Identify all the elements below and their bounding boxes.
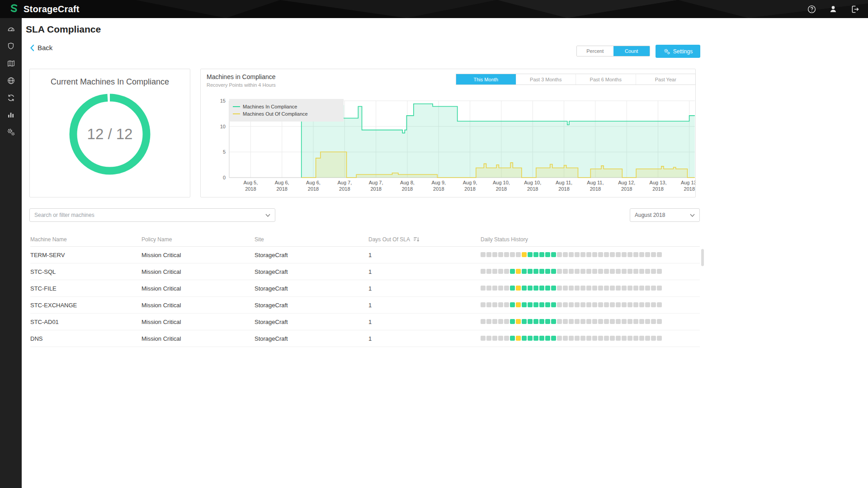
- policy-name-cell: Mission Critical: [142, 319, 255, 325]
- status-day-square: [533, 269, 538, 274]
- search-input[interactable]: [34, 212, 265, 218]
- status-day-square: [551, 336, 556, 341]
- machine-name-cell: DNS: [30, 335, 142, 342]
- status-day-square: [580, 319, 585, 324]
- status-day-square: [498, 336, 503, 341]
- status-day-square: [510, 252, 515, 257]
- table-row-stc-exchange[interactable]: STC-EXCHANGEMission CriticalStorageCraft…: [30, 297, 700, 314]
- chevron-down-icon: [265, 214, 270, 217]
- machine-search-select[interactable]: [29, 208, 275, 222]
- svg-text:2018: 2018: [245, 186, 256, 192]
- status-day-square: [610, 319, 615, 324]
- settings-button[interactable]: Settings: [656, 45, 700, 58]
- status-day-square: [545, 269, 550, 274]
- status-day-square: [575, 302, 580, 307]
- status-day-square: [627, 269, 632, 274]
- svg-text:2018: 2018: [558, 186, 569, 192]
- table-row-term-serv[interactable]: TERM-SERVMission CriticalStorageCraft1: [30, 247, 700, 263]
- status-day-square: [592, 336, 597, 341]
- policy-name-cell: Mission Critical: [142, 302, 255, 309]
- status-day-square: [592, 286, 597, 291]
- compliance-card-title: Current Machines In Compliance: [30, 77, 190, 87]
- status-day-square: [492, 336, 497, 341]
- table-scrollbar[interactable]: [701, 249, 704, 266]
- tab-this-month[interactable]: This Month: [456, 74, 516, 84]
- column-header-machine-name[interactable]: Machine Name: [30, 236, 142, 243]
- table-row-dns[interactable]: DNSMission CriticalStorageCraft1: [30, 330, 700, 347]
- table-row-stc-sql[interactable]: STC-SQLMission CriticalStorageCraft1: [30, 263, 700, 280]
- status-day-square: [586, 252, 591, 257]
- month-select[interactable]: August 2018: [630, 208, 700, 222]
- sidebar-item-sync[interactable]: [0, 89, 22, 106]
- back-link[interactable]: Back: [30, 44, 52, 52]
- status-day-square: [575, 269, 580, 274]
- daily-status-history-cell: [481, 302, 700, 309]
- settings-label: Settings: [673, 48, 693, 55]
- status-day-square: [539, 252, 544, 257]
- days-out-of-sla-cell: 1: [368, 319, 481, 325]
- percent-button[interactable]: Percent: [577, 46, 613, 56]
- status-day-square: [528, 269, 533, 274]
- sidebar-item-support[interactable]: [0, 72, 22, 89]
- status-day-square: [551, 269, 556, 274]
- user-icon[interactable]: [828, 4, 838, 14]
- status-day-square: [563, 252, 568, 257]
- table-row-stc-file[interactable]: STC-FILEMission CriticalStorageCraft1: [30, 280, 700, 297]
- tab-past-3-months[interactable]: Past 3 Months: [516, 74, 576, 84]
- status-day-square: [492, 252, 497, 257]
- status-day-square: [486, 252, 491, 257]
- column-header-site[interactable]: Site: [255, 236, 368, 243]
- status-day-square: [510, 319, 515, 324]
- status-day-square: [486, 336, 491, 341]
- status-day-square: [580, 269, 585, 274]
- status-day-square: [598, 302, 603, 307]
- status-day-square: [575, 252, 580, 257]
- status-day-square: [557, 319, 562, 324]
- svg-text:Aug 10,: Aug 10,: [524, 180, 541, 185]
- status-day-square: [533, 319, 538, 324]
- daily-status-history-cell: [481, 268, 700, 275]
- column-header-days-out-of-sla[interactable]: Days Out Of SLA: [368, 236, 481, 243]
- logout-icon[interactable]: [850, 4, 860, 14]
- status-day-square: [498, 252, 503, 257]
- help-icon[interactable]: [807, 4, 816, 14]
- sidebar-item-sites[interactable]: [0, 55, 22, 72]
- column-header-policy-name[interactable]: Policy Name: [142, 236, 255, 243]
- sidebar-item-reports[interactable]: [0, 106, 22, 123]
- status-day-square: [610, 286, 615, 291]
- sidebar-item-protection[interactable]: [0, 38, 22, 55]
- status-day-square: [604, 286, 609, 291]
- status-day-square: [504, 319, 509, 324]
- column-header-daily-status-history[interactable]: Daily Status History: [481, 236, 700, 243]
- days-out-of-sla-cell: 1: [368, 335, 481, 342]
- status-day-square: [533, 302, 538, 307]
- status-day-square: [557, 269, 562, 274]
- svg-text:2018: 2018: [308, 186, 319, 192]
- status-day-square: [651, 286, 656, 291]
- sort-descending-icon[interactable]: [413, 236, 420, 242]
- tab-past-6-months[interactable]: Past 6 Months: [576, 74, 636, 84]
- brand[interactable]: StorageCraft: [8, 3, 80, 15]
- status-day-square: [586, 319, 591, 324]
- count-button[interactable]: Count: [613, 46, 650, 56]
- svg-text:Aug 9,: Aug 9,: [431, 180, 446, 185]
- svg-text:Aug 6,: Aug 6,: [275, 180, 289, 185]
- status-day-square: [569, 286, 574, 291]
- status-day-square: [639, 252, 644, 257]
- sidebar-item-dashboard[interactable]: [0, 20, 22, 38]
- status-day-square: [528, 252, 533, 257]
- status-day-square: [586, 286, 591, 291]
- svg-text:Aug 5,: Aug 5,: [243, 180, 258, 185]
- table-row-stc-ad01[interactable]: STC-AD01Mission CriticalStorageCraft1: [30, 314, 700, 330]
- sidebar-item-management[interactable]: [0, 123, 22, 141]
- status-day-square: [627, 286, 632, 291]
- brand-name: StorageCraft: [24, 4, 80, 14]
- status-day-square: [504, 269, 509, 274]
- status-day-square: [657, 319, 662, 324]
- status-day-square: [651, 319, 656, 324]
- status-day-square: [575, 319, 580, 324]
- tab-past-year[interactable]: Past Year: [636, 74, 696, 84]
- globe-icon: [7, 76, 15, 85]
- topbar-decorative-pattern: [0, 0, 868, 18]
- status-day-square: [516, 252, 521, 257]
